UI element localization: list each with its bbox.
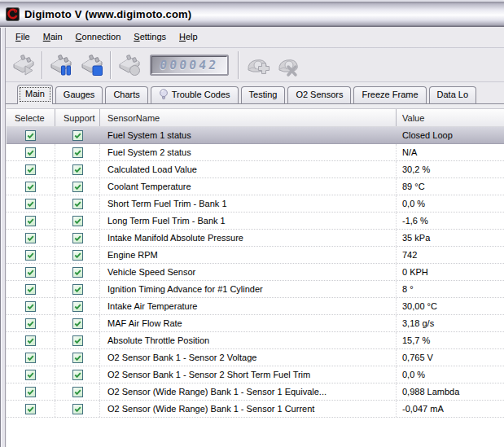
table-row[interactable]: Vehicle Speed Sensor 0 KPH bbox=[7, 264, 504, 281]
table-row[interactable]: Engine RPM 742 bbox=[7, 247, 504, 264]
menu-connection[interactable]: Connection bbox=[69, 28, 128, 46]
tab-trouble-codes[interactable]: Trouble Codes bbox=[151, 86, 239, 103]
selected-checkbox[interactable] bbox=[25, 182, 36, 192]
menu-help[interactable]: Help bbox=[173, 28, 204, 46]
table-row[interactable]: O2 Sensor Bank 1 - Sensor 2 Voltage 0,76… bbox=[7, 349, 504, 366]
supported-checkbox[interactable] bbox=[72, 182, 83, 192]
selected-checkbox[interactable] bbox=[25, 353, 36, 363]
column-header-sensorname[interactable]: SensorName bbox=[100, 109, 397, 126]
sensor-value: 89 °C bbox=[397, 178, 504, 195]
tab-o2-sensors[interactable]: O2 Sensors bbox=[287, 86, 351, 103]
selected-checkbox[interactable] bbox=[25, 164, 36, 175]
sensor-name: MAF Air Flow Rate bbox=[100, 315, 397, 331]
supported-checkbox[interactable] bbox=[72, 353, 83, 363]
supported-checkbox[interactable] bbox=[72, 147, 83, 158]
tab-label: Main bbox=[25, 89, 45, 99]
supported-checkbox[interactable] bbox=[72, 199, 83, 209]
tab-label: Data Lo bbox=[437, 90, 469, 99]
title-bar[interactable]: Digimoto V (www.digimoto.com) bbox=[0, 2, 504, 27]
supported-checkbox[interactable] bbox=[72, 164, 83, 175]
supported-checkbox[interactable] bbox=[72, 130, 83, 141]
table-body: Fuel System 1 status Closed Loop Fuel Sy… bbox=[7, 127, 504, 447]
menu-file[interactable]: File bbox=[9, 28, 37, 46]
supported-checkbox[interactable] bbox=[72, 318, 83, 329]
disconnect-button[interactable] bbox=[273, 50, 303, 80]
supported-checkbox[interactable] bbox=[72, 301, 83, 312]
tab-charts[interactable]: Charts bbox=[105, 86, 147, 103]
record-button[interactable] bbox=[114, 50, 144, 80]
sensor-value: 30,2 % bbox=[397, 161, 504, 177]
table-row[interactable]: MAF Air Flow Rate 3,18 g/s bbox=[7, 315, 504, 332]
selected-checkbox[interactable] bbox=[25, 233, 36, 243]
supported-checkbox[interactable] bbox=[72, 284, 83, 295]
table-row[interactable]: Fuel System 1 status Closed Loop bbox=[7, 127, 504, 144]
selected-checkbox[interactable] bbox=[25, 335, 36, 346]
table-header: Selecte Support SensorName Value bbox=[7, 109, 504, 127]
sensor-name: Vehicle Speed Sensor bbox=[100, 264, 397, 280]
sensor-name: O2 Sensor Bank 1 - Sensor 2 Short Term F… bbox=[100, 366, 397, 383]
supported-checkbox[interactable] bbox=[72, 387, 83, 397]
column-header-value[interactable]: Value bbox=[397, 109, 504, 126]
supported-checkbox[interactable] bbox=[72, 216, 83, 226]
sensor-value: 0,0 % bbox=[397, 366, 504, 383]
table-row[interactable]: Absolute Throttle Position 15,7 % bbox=[7, 332, 504, 349]
pause-logging-button[interactable] bbox=[46, 50, 76, 80]
tab-main[interactable]: Main bbox=[17, 85, 53, 104]
selected-checkbox[interactable] bbox=[25, 318, 36, 329]
supported-checkbox[interactable] bbox=[72, 267, 83, 278]
selected-checkbox[interactable] bbox=[25, 199, 36, 209]
supported-checkbox[interactable] bbox=[72, 335, 83, 346]
sensor-value: 8 ° bbox=[397, 281, 504, 297]
tab-freeze-frame[interactable]: Freeze Frame bbox=[353, 86, 426, 103]
menu-settings[interactable]: Settings bbox=[127, 28, 173, 46]
toolbar-group-logging bbox=[8, 50, 38, 80]
table-row[interactable]: Fuel System 2 status N/A bbox=[7, 144, 504, 161]
table-row[interactable]: Coolant Temperature 89 °C bbox=[7, 178, 504, 195]
table-row[interactable]: Calculated Load Value 30,2 % bbox=[7, 161, 504, 178]
selected-checkbox[interactable] bbox=[25, 250, 36, 261]
sample-counter-screen: 000042 bbox=[151, 56, 227, 74]
selected-checkbox[interactable] bbox=[25, 147, 36, 158]
selected-checkbox[interactable] bbox=[25, 267, 36, 278]
tab-label: Charts bbox=[113, 90, 139, 99]
connector-add-icon bbox=[244, 53, 270, 77]
table-row[interactable]: Intake Air Temperature 30,00 °C bbox=[7, 298, 504, 315]
selected-checkbox[interactable] bbox=[25, 404, 36, 414]
sensor-name: Intake Air Temperature bbox=[100, 298, 397, 314]
sensor-value: Closed Loop bbox=[397, 127, 504, 143]
selected-checkbox[interactable] bbox=[25, 370, 36, 380]
table-row[interactable]: Long Term Fuel Trim - Bank 1 -1,6 % bbox=[7, 213, 504, 230]
toolbar-group-connection bbox=[242, 50, 303, 80]
sensor-value: -0,047 mA bbox=[397, 401, 504, 417]
selected-checkbox[interactable] bbox=[25, 284, 36, 295]
sensor-name: Intake Manifold Absolute Pressure bbox=[100, 230, 397, 246]
table-row[interactable]: O2 Sensor (Wide Range) Bank 1 - Sensor 1… bbox=[7, 401, 504, 418]
sensor-name: Engine RPM bbox=[100, 247, 397, 263]
table-row[interactable]: Short Term Fuel Trim - Bank 1 0,0 % bbox=[7, 195, 504, 213]
column-header-supported[interactable]: Support bbox=[55, 109, 100, 126]
connect-button[interactable] bbox=[242, 50, 272, 80]
supported-checkbox[interactable] bbox=[72, 250, 83, 261]
tab-label: Gauges bbox=[64, 90, 95, 99]
bulb-icon bbox=[159, 89, 169, 100]
app-window: Digimoto V (www.digimoto.com) File Main … bbox=[0, 0, 504, 447]
selected-checkbox[interactable] bbox=[25, 216, 36, 226]
supported-checkbox[interactable] bbox=[72, 233, 83, 243]
column-header-selected[interactable]: Selecte bbox=[7, 109, 55, 126]
tab-gauges[interactable]: Gauges bbox=[55, 86, 103, 103]
supported-checkbox[interactable] bbox=[72, 404, 83, 414]
supported-checkbox[interactable] bbox=[72, 370, 83, 380]
table-row[interactable]: Intake Manifold Absolute Pressure 35 kPa bbox=[7, 230, 504, 247]
start-logging-button[interactable] bbox=[8, 50, 38, 80]
selected-checkbox[interactable] bbox=[25, 387, 36, 397]
table-row[interactable]: O2 Sensor (Wide Range) Bank 1 - Sensor 1… bbox=[7, 383, 504, 401]
selected-checkbox[interactable] bbox=[25, 130, 36, 141]
stop-logging-button[interactable] bbox=[77, 50, 107, 80]
table-row[interactable]: Ignition Timing Advance for #1 Cylinder … bbox=[7, 281, 504, 298]
menu-main[interactable]: Main bbox=[37, 28, 69, 46]
table-row[interactable]: O2 Sensor Bank 1 - Sensor 2 Short Term F… bbox=[7, 366, 504, 383]
tab-data-lo[interactable]: Data Lo bbox=[429, 86, 477, 103]
tab-testing[interactable]: Testing bbox=[241, 86, 286, 103]
selected-checkbox[interactable] bbox=[25, 301, 36, 312]
tab-strip: Main Gauges Charts bbox=[6, 83, 504, 104]
